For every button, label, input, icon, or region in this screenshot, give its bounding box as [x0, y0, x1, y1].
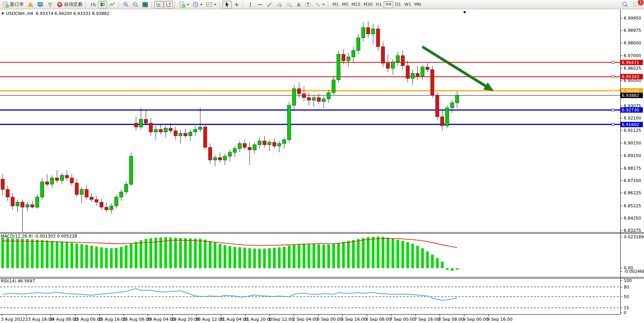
- axis-tick-label: 6.97000: [624, 53, 644, 58]
- panel-splitter-rsi[interactable]: [0, 277, 644, 279]
- window-menu-arrow[interactable]: ▼: [2, 12, 4, 15]
- axis-tick: [620, 56, 622, 56]
- axis-tick-label: -0.002468: [624, 269, 644, 274]
- axis-tick: [620, 68, 622, 69]
- axis-tick: [620, 130, 622, 131]
- ohlc-values: 6.93374 6.94200 6.93331 6.93882: [36, 11, 109, 16]
- axis-tick: [620, 43, 622, 43]
- time-tick: [221, 314, 221, 316]
- axis-tick: [620, 18, 622, 18]
- axis-tick: [620, 218, 622, 218]
- horizontal-line-object[interactable]: [0, 61, 620, 64]
- axis-tick-label: 100: [624, 278, 644, 283]
- axis-tick: [620, 106, 622, 106]
- time-label: 3 Aug 2022: [1, 317, 25, 322]
- time-label: 7 Sep 00:00: [390, 317, 415, 322]
- price-line-label: 6.91602: [621, 122, 643, 127]
- horizontal-line-object[interactable]: [0, 95, 620, 95]
- panel-splitter-macd[interactable]: [0, 232, 644, 234]
- price-line-label: 6.93882: [621, 93, 643, 98]
- time-tick: [172, 314, 173, 316]
- axis-tick: [620, 180, 622, 181]
- axis-tick: [620, 287, 622, 287]
- time-label: 9 Sep 16:00: [487, 317, 512, 322]
- time-tick: [318, 314, 319, 316]
- chart-canvas[interactable]: [0, 0, 644, 323]
- axis-tick-label: 6.98975: [624, 28, 644, 33]
- axis-tick-label: 80: [624, 285, 644, 290]
- axis-tick-label: 15: [624, 305, 644, 310]
- time-tick: [245, 314, 245, 316]
- axis-tick: [620, 237, 622, 237]
- time-label: 9 Sep 00:00: [463, 317, 488, 322]
- time-tick: [196, 314, 197, 316]
- time-tick: [51, 314, 51, 316]
- axis-tick: [620, 280, 622, 281]
- axis-tick: [620, 193, 622, 193]
- time-label: 6 Sep 08:00: [366, 317, 391, 322]
- time-tick: [342, 314, 343, 316]
- axis-tick-label: 6.87200: [624, 178, 644, 183]
- axis-tick: [620, 230, 622, 231]
- horizontal-line-object[interactable]: [0, 109, 620, 111]
- axis-tick: [620, 313, 622, 313]
- axis-tick-label: 6.83275: [624, 228, 644, 233]
- time-tick: [415, 314, 416, 316]
- axis-tick: [620, 118, 622, 118]
- axis-tick: [620, 297, 622, 297]
- axis-tick-label: 6.90150: [624, 141, 644, 146]
- chart-title: USDCNH-,H4 6.93374 6.94200 6.93331 6.938…: [6, 11, 110, 16]
- axis-tick-label: 6.85225: [624, 203, 644, 208]
- symbol-period-label: USDCNH-,H4: [6, 11, 33, 16]
- price-axis-border: [620, 9, 621, 314]
- rsi-indicator-label: RSI(14) 46.5697: [1, 279, 35, 284]
- time-tick: [440, 314, 440, 316]
- axis-tick-label: 50: [624, 294, 644, 299]
- axis-tick-label: 6.84250: [624, 216, 644, 221]
- axis-tick-label: 6.91125: [624, 128, 644, 133]
- time-label: 8 Sep 08:00: [438, 317, 464, 322]
- axis-tick: [620, 268, 622, 268]
- time-tick: [124, 314, 124, 316]
- candles-layer: [1, 21, 459, 232]
- macd-histogram: [2, 237, 459, 271]
- macd-indicator-label: MACD(12,26,9) -0.001302 0.005228: [1, 234, 77, 239]
- axis-tick: [620, 156, 622, 156]
- axis-tick-label: 6.89150: [624, 153, 644, 158]
- time-label: 5 Sep 00:00: [317, 317, 342, 322]
- axis-tick-label: 6.96025: [624, 66, 644, 71]
- time-label: 2 Sep 04:00: [293, 317, 318, 322]
- axis-tick: [620, 308, 622, 308]
- time-tick: [464, 314, 464, 316]
- price-line-label: 6.95343: [621, 74, 643, 79]
- time-tick: [2, 314, 2, 316]
- chart-shift-marker[interactable]: ▼: [463, 10, 466, 14]
- time-tick: [294, 314, 294, 316]
- time-tick: [26, 314, 27, 316]
- horizontal-line-object[interactable]: [0, 90, 620, 92]
- axis-tick: [620, 206, 622, 206]
- time-tick: [99, 314, 100, 316]
- time-label: 5 Sep 16:00: [341, 317, 366, 322]
- price-line-label: 6.92730: [621, 107, 643, 113]
- axis-tick: [620, 143, 622, 143]
- axis-tick-label: 6.98000: [624, 41, 644, 46]
- axis-tick-label: 6.86225: [624, 190, 644, 195]
- price-line-label: 6.96471: [621, 60, 643, 65]
- axis-tick: [620, 80, 622, 81]
- axis-tick-label: 0.023189: [624, 234, 644, 239]
- axis-tick: [620, 271, 622, 272]
- time-tick: [488, 314, 489, 316]
- horizontal-line-object[interactable]: [0, 75, 620, 78]
- time-tick: [148, 314, 148, 316]
- time-tick: [75, 314, 75, 316]
- time-label: 1 Sep 12:00: [268, 317, 294, 322]
- time-tick: [270, 314, 270, 316]
- rsi-line: [3, 289, 457, 300]
- axis-tick-label: 6.88175: [624, 166, 644, 171]
- rsi-panel-bottom-border: [0, 314, 620, 315]
- time-label: 7 Sep 16:00: [414, 317, 440, 322]
- horizontal-line-object[interactable]: [0, 123, 620, 126]
- axis-tick-label: 0: [624, 310, 644, 315]
- axis-tick: [620, 30, 622, 31]
